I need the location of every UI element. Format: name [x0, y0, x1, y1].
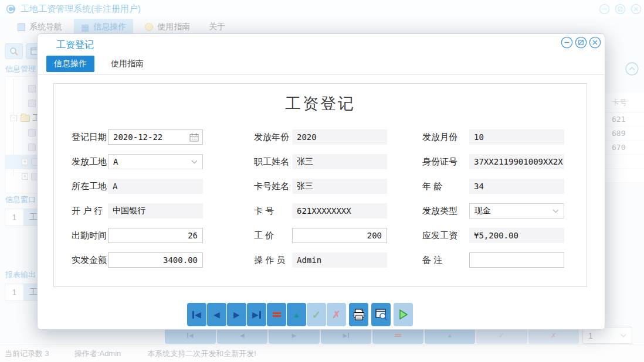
worker-name-field: 张三	[292, 154, 387, 169]
dialog-title: 工资登记	[56, 39, 94, 52]
chevron-down-icon	[553, 209, 559, 213]
cancel-button[interactable]: ✗	[327, 303, 346, 326]
card-number-label: 卡 号	[254, 206, 292, 217]
pay-site-label: 发放工地	[72, 156, 108, 168]
card-name-label: 卡号姓名	[254, 181, 292, 192]
register-date-label: 登记日期	[72, 132, 108, 143]
card-number-field: 621XXXXXXXX	[292, 203, 387, 218]
edit-icon: ▲	[293, 311, 300, 319]
print-preview-icon	[375, 308, 388, 321]
payable-wage-label: 应发工资	[422, 230, 469, 241]
wage-form-panel: 工资登记 登记日期 2020-12-22 发放年份 2020 发放月份 10 发…	[53, 83, 587, 287]
actual-amount-input[interactable]: 3400.00	[108, 252, 203, 268]
dialog-db-navigator: ◀ ◀ ▶ ▶ ▲ ✓ ✗	[187, 303, 413, 326]
payable-wage-field: ¥5,200.00	[469, 228, 564, 243]
pay-year-label: 发放年份	[254, 132, 292, 143]
last-record-button[interactable]: ▶	[247, 303, 266, 326]
operator-label: 操 作 员	[254, 255, 292, 266]
id-number-label: 身份证号	[422, 156, 469, 168]
actual-amount-label: 实发金额	[72, 255, 108, 266]
id-number-field: 37XX2119901009XX2X	[469, 154, 564, 169]
form-grid: 登记日期 2020-12-22 发放年份 2020 发放月份 10 发放工地 A	[72, 129, 581, 277]
dialog-tabs: 信息操作 使用指南	[46, 56, 596, 73]
worker-name-label: 职工姓名	[254, 156, 292, 168]
tab-divider	[38, 74, 604, 75]
attendance-label: 出勤时间	[72, 230, 108, 241]
card-name-field: 张三	[292, 179, 387, 194]
screen: 工地工资管理系统(非注册用户) 系统导航 ▦ 信息操作 使用指南 关于	[0, 0, 644, 362]
wage-rate-input[interactable]: 200	[292, 228, 387, 243]
last-record-icon: ▶	[252, 310, 259, 319]
play-icon	[399, 309, 408, 320]
dialog-minimize-button[interactable]	[561, 36, 573, 49]
located-site-label: 所在工地	[72, 181, 108, 192]
delete-icon	[273, 311, 281, 318]
calendar-icon[interactable]	[189, 133, 199, 142]
prior-record-icon: ◀	[213, 310, 220, 319]
next-record-button[interactable]: ▶	[227, 303, 246, 326]
execute-button[interactable]	[394, 303, 413, 326]
prior-record-button[interactable]: ◀	[207, 303, 226, 326]
attendance-input[interactable]: 26	[108, 228, 203, 243]
age-label: 年 龄	[422, 181, 469, 192]
wage-rate-label: 工 价	[254, 230, 292, 241]
delete-record-button[interactable]	[267, 303, 286, 326]
form-title: 工资登记	[54, 93, 587, 114]
pay-type-label: 发放类型	[422, 206, 469, 217]
pay-month-field: 10	[469, 129, 564, 145]
cross-icon: ✗	[332, 309, 340, 321]
pay-type-select[interactable]: 现金	[469, 203, 564, 218]
print-button[interactable]	[349, 303, 368, 326]
located-site-field: A	[108, 179, 203, 194]
wage-register-dialog: 工资登记 信息操作 使用指南 工资登记 登记日期 2020-12-22 发放年份	[37, 33, 605, 330]
next-record-icon: ▶	[233, 310, 240, 319]
dialog-close-button[interactable]	[589, 36, 601, 49]
first-record-icon	[192, 311, 194, 319]
pay-month-label: 发放月份	[422, 132, 469, 143]
edit-record-button[interactable]: ▲	[287, 303, 306, 326]
bank-label: 开 户 行	[72, 206, 108, 217]
dialog-maximize-button[interactable]	[575, 36, 587, 49]
remark-label: 备 注	[422, 255, 469, 266]
print-preview-button[interactable]	[371, 303, 391, 326]
check-icon: ✓	[312, 308, 321, 322]
remark-input[interactable]	[469, 252, 564, 268]
register-date-field[interactable]: 2020-12-22	[108, 129, 203, 145]
operator-field: Admin	[292, 252, 387, 268]
bank-field: 中国银行	[108, 203, 203, 218]
tab-user-guide[interactable]: 使用指南	[103, 56, 151, 72]
age-field: 34	[469, 179, 564, 194]
first-record-button[interactable]: ◀	[187, 303, 206, 326]
chevron-down-icon	[191, 160, 198, 164]
post-button[interactable]: ✓	[307, 303, 326, 326]
tab-info-operation[interactable]: 信息操作	[46, 56, 94, 72]
printer-icon	[352, 309, 365, 321]
pay-site-select[interactable]: A	[108, 154, 203, 169]
pay-year-field: 2020	[292, 129, 387, 145]
